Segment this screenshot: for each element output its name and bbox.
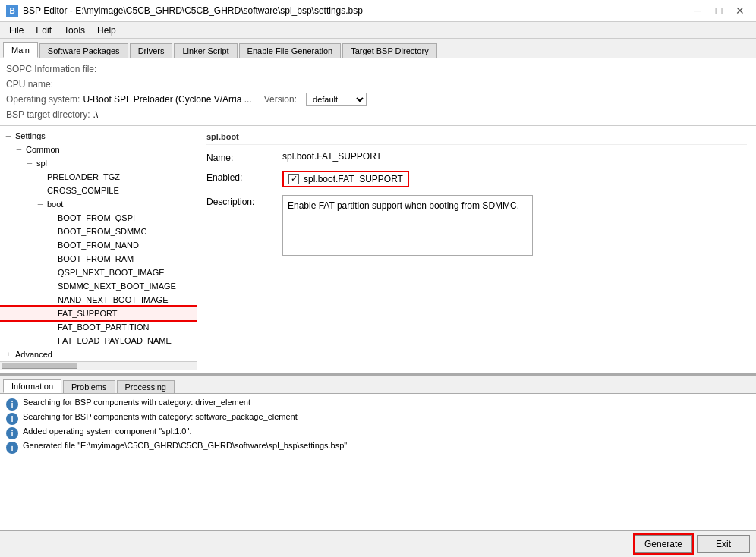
name-value: spl.boot.FAT_SUPPORT <box>282 151 747 162</box>
log-text: Searching for BSP components with catego… <box>23 398 250 407</box>
tree-node-settings[interactable]: ─Settings <box>0 129 197 143</box>
maximize-button[interactable]: □ <box>709 3 729 18</box>
tree-expander[interactable] <box>46 335 56 346</box>
tree-label: spl <box>35 159 47 168</box>
tree-expander[interactable] <box>35 172 46 182</box>
name-label: Name: <box>206 151 282 163</box>
tree-expander[interactable] <box>46 294 56 305</box>
log-line: iGenerated file "E:\myimage\C5CB_GHRD\C5… <box>6 440 750 455</box>
tree-node-boot-from-qspi[interactable]: BOOT_FROM_QSPI <box>0 211 197 225</box>
tree-node-fat-support[interactable]: FAT_SUPPORT <box>0 307 197 320</box>
info-icon: i <box>6 442 18 454</box>
tree-expander[interactable] <box>46 267 56 278</box>
tree-expander[interactable] <box>46 281 56 291</box>
tree-node-sdmmc-next-boot-image[interactable]: SDMMC_NEXT_BOOT_IMAGE <box>0 279 197 293</box>
tab-main[interactable]: Main <box>3 42 38 58</box>
tree-label: Common <box>24 145 60 154</box>
tree-node-boot[interactable]: ─boot <box>0 197 197 211</box>
cpu-label: CPU name: <box>6 79 53 90</box>
name-row: Name: spl.boot.FAT_SUPPORT <box>206 151 747 163</box>
version-label: Version: <box>264 94 297 105</box>
window-controls: ─ □ ✕ <box>688 3 750 18</box>
description-row: Description: Enable FAT partition suppor… <box>206 195 747 256</box>
scrollbar-thumb[interactable] <box>2 363 77 369</box>
description-value: Enable FAT partition support when bootin… <box>288 200 519 211</box>
horizontal-scrollbar[interactable] <box>0 361 197 370</box>
tree-label: BOOT_FROM_RAM <box>56 254 134 263</box>
enabled-box[interactable]: ✓ spl.boot.FAT_SUPPORT <box>282 171 409 187</box>
tree-label: BOOT_FROM_QSPI <box>56 213 135 222</box>
description-label: Description: <box>206 195 282 207</box>
os-value: U-Boot SPL Preloader (Cyclone V/Arria ..… <box>83 94 251 105</box>
menu-bar: FileEditToolsHelp <box>0 22 756 39</box>
menu-item-file[interactable]: File <box>3 24 30 37</box>
bottom-tab-processing[interactable]: Processing <box>117 380 175 393</box>
log-text: Added operating system component "spl:1.… <box>23 426 191 436</box>
tree-expander[interactable] <box>46 308 56 319</box>
tree-node-fat-load-payload-name[interactable]: FAT_LOAD_PAYLOAD_NAME <box>0 334 197 348</box>
tree-expander[interactable] <box>46 226 56 237</box>
exit-button[interactable]: Exit <box>697 535 750 553</box>
minimize-button[interactable]: ─ <box>688 3 707 18</box>
tree-label: BOOT_FROM_NAND <box>56 241 139 250</box>
bottom-tab-problems[interactable]: Problems <box>63 380 115 393</box>
log-text: Generated file "E:\myimage\C5CB_GHRD\C5C… <box>23 441 347 450</box>
bsp-value: .\ <box>93 109 99 120</box>
generate-button[interactable]: Generate <box>635 535 692 553</box>
version-select[interactable]: default <box>306 93 367 106</box>
bottom-tabs-row: Information Problems Processing <box>0 376 756 394</box>
close-button[interactable]: ✕ <box>730 3 750 18</box>
tree-expander[interactable] <box>46 253 56 264</box>
tree-node-boot-from-sdmmc[interactable]: BOOT_FROM_SDMMC <box>0 225 197 238</box>
title-text: BSP Editor - E:\myimage\C5CB_GHRD\C5CB_G… <box>23 5 688 16</box>
bottom-content: iSearching for BSP components with categ… <box>0 394 756 530</box>
tab-software-packages[interactable]: Software Packages <box>39 43 128 58</box>
tree-expander[interactable]: ─ <box>14 144 24 155</box>
bottom-panel: Information Problems Processing iSearchi… <box>0 374 756 530</box>
tree-expander[interactable] <box>46 240 56 250</box>
tree-expander[interactable]: ─ <box>3 131 14 141</box>
tree-expander-advanced[interactable]: + <box>3 349 14 360</box>
description-box: Enable FAT partition support when bootin… <box>282 195 533 256</box>
log-line: iAdded operating system component "spl:1… <box>6 426 750 440</box>
bsp-label: BSP target directory: <box>6 109 90 120</box>
detail-panel: spl.boot Name: spl.boot.FAT_SUPPORT Enab… <box>197 126 756 373</box>
tree-node-preloader-tgz[interactable]: PRELOADER_TGZ <box>0 170 197 184</box>
tree-expander[interactable]: ─ <box>24 158 35 168</box>
tree-node-boot-from-nand[interactable]: BOOT_FROM_NAND <box>0 238 197 252</box>
tree-label: FAT_BOOT_PARTITION <box>56 323 149 332</box>
tree-label: boot <box>46 200 63 209</box>
tree-label: NAND_NEXT_BOOT_IMAGE <box>56 295 168 304</box>
tree-expander[interactable] <box>46 322 56 332</box>
tab-linker-script[interactable]: Linker Script <box>174 43 237 58</box>
tree-expander[interactable] <box>46 212 56 223</box>
tree-node-common[interactable]: ─Common <box>0 143 197 156</box>
tab-drivers[interactable]: Drivers <box>130 43 173 58</box>
detail-section-title: spl.boot <box>206 132 747 145</box>
menu-item-edit[interactable]: Edit <box>30 24 58 37</box>
tree-node-fat-boot-partition[interactable]: FAT_BOOT_PARTITION <box>0 320 197 334</box>
tab-enable-file-generation[interactable]: Enable File Generation <box>239 43 342 58</box>
tree-label: CROSS_COMPILE <box>46 186 119 195</box>
menu-item-help[interactable]: Help <box>91 24 122 37</box>
tree-node-qspi-next-boot-image[interactable]: QSPI_NEXT_BOOT_IMAGE <box>0 266 197 279</box>
tree-expander[interactable]: ─ <box>35 199 46 209</box>
menu-item-tools[interactable]: Tools <box>58 24 91 37</box>
enabled-checkbox[interactable]: ✓ <box>288 174 299 184</box>
tab-target-bsp-directory[interactable]: Target BSP Directory <box>342 43 437 58</box>
footer-bar: Generate Exit <box>0 530 756 557</box>
tree-node-advanced[interactable]: +Advanced <box>0 348 197 361</box>
tree-container: ─Settings─Common─splPRELOADER_TGZCROSS_C… <box>0 129 197 361</box>
log-line: iSearching for BSP components with categ… <box>6 411 750 426</box>
enabled-value: spl.boot.FAT_SUPPORT <box>304 174 403 184</box>
tree-label-advanced: Advanced <box>14 350 52 359</box>
tree-node-spl[interactable]: ─spl <box>0 156 197 170</box>
tree-expander[interactable] <box>35 185 46 196</box>
app-window: B BSP Editor - E:\myimage\C5CB_GHRD\C5CB… <box>0 0 756 557</box>
tree-node-cross-compile[interactable]: CROSS_COMPILE <box>0 184 197 197</box>
tree-panel: ─Settings─Common─splPRELOADER_TGZCROSS_C… <box>0 126 197 373</box>
bottom-tab-information[interactable]: Information <box>3 379 61 393</box>
info-icon: i <box>6 427 18 439</box>
tree-node-nand-next-boot-image[interactable]: NAND_NEXT_BOOT_IMAGE <box>0 293 197 307</box>
tree-node-boot-from-ram[interactable]: BOOT_FROM_RAM <box>0 252 197 266</box>
